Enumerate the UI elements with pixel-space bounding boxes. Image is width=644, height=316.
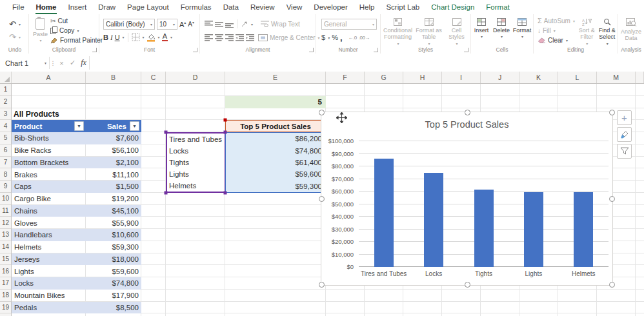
range-handle[interactable]: [224, 192, 227, 195]
increase-indent-icon[interactable]: [246, 34, 254, 41]
clear-button[interactable]: Clear▾: [538, 36, 576, 45]
product-filter-button[interactable]: ▼: [74, 121, 84, 131]
column-header-h[interactable]: H: [403, 72, 442, 83]
table-row[interactable]: Pedals$8,500: [12, 302, 141, 314]
top5-category-cell[interactable]: Tights: [167, 157, 225, 168]
tab-script-lab[interactable]: Script Lab: [380, 1, 425, 14]
range-handle[interactable]: [224, 119, 227, 122]
find-select-button[interactable]: Find & Select▾: [598, 16, 616, 45]
clipboard-dialog-launcher[interactable]: [92, 48, 97, 52]
chart-bar[interactable]: [524, 192, 543, 267]
borders-button[interactable]: [132, 33, 140, 41]
increase-decimal-button[interactable]: ←.0: [348, 35, 357, 41]
chart-resize-handle[interactable]: [609, 196, 615, 202]
insert-cells-button[interactable]: Insert▾: [472, 16, 490, 45]
product-cell[interactable]: Jerseys: [12, 255, 86, 263]
enter-icon[interactable]: ✓: [67, 54, 78, 72]
sales-cell[interactable]: $19,200: [86, 195, 139, 202]
top5-value-cell[interactable]: $61,400: [226, 157, 325, 168]
chart-object[interactable]: Top 5 Product Sales $0$10,000$20,000$30,…: [321, 112, 613, 286]
format-cells-button[interactable]: Format▾: [512, 16, 532, 45]
table-row[interactable]: Mountain Bikes$17,900: [12, 290, 141, 302]
font-dialog-launcher[interactable]: [193, 48, 197, 52]
top5-category-cell[interactable]: Helmets: [167, 180, 225, 192]
top5-category-cell[interactable]: Locks: [167, 145, 225, 157]
chart-elements-button[interactable]: +: [617, 110, 632, 125]
sales-cell[interactable]: $45,100: [86, 207, 139, 215]
sales-cell[interactable]: $55,900: [86, 219, 139, 227]
align-center-icon[interactable]: [215, 34, 223, 41]
tab-format[interactable]: Format: [480, 1, 515, 14]
table-row[interactable]: Cargo Bike$19,200: [12, 193, 141, 205]
chart-bar[interactable]: [474, 190, 494, 267]
column-header-l[interactable]: L: [558, 72, 597, 83]
sales-filter-button[interactable]: ▼: [130, 121, 139, 131]
top5-values-range[interactable]: $86,200$74,800$61,400$59,600$59,300: [225, 132, 326, 193]
insert-function-icon[interactable]: fx: [78, 54, 89, 72]
table-row[interactable]: Bottom Brackets$2,100: [12, 157, 141, 169]
sort-filter-button[interactable]: AZ Sort & Filter▾: [578, 16, 596, 45]
column-header-d[interactable]: D: [166, 72, 225, 83]
sales-cell[interactable]: $7,600: [86, 134, 139, 142]
fill-color-button[interactable]: [146, 33, 156, 42]
table-row[interactable]: Bib-Shorts$7,600: [12, 132, 141, 144]
middle-align-icon[interactable]: [215, 21, 223, 28]
column-header-j[interactable]: J: [481, 72, 519, 83]
top5-category-range[interactable]: Tires and TubesLocksTightsLightsHelmets: [166, 132, 226, 193]
chart-resize-handle[interactable]: [465, 282, 470, 288]
fill-button[interactable]: ↓Fill▾: [538, 26, 576, 35]
sales-cell[interactable]: $59,300: [86, 243, 139, 251]
shrink-font-button[interactable]: A▾: [188, 20, 194, 28]
chart-resize-handle[interactable]: [319, 282, 325, 288]
range-handle[interactable]: [165, 192, 168, 195]
sales-cell[interactable]: $59,600: [86, 268, 139, 275]
top5-category-cell[interactable]: Lights: [167, 168, 225, 180]
wrap-text-button[interactable]: Wrap Text: [261, 19, 300, 30]
tab-home[interactable]: Home: [30, 1, 63, 14]
range-handle[interactable]: [165, 131, 168, 134]
autosum-button[interactable]: ΣAutoSum▾: [538, 16, 576, 25]
tab-insert[interactable]: Insert: [62, 1, 92, 14]
delete-cells-button[interactable]: Delete▾: [492, 16, 510, 45]
sales-cell[interactable]: $56,100: [86, 146, 139, 154]
chart-resize-handle[interactable]: [465, 110, 470, 115]
merge-center-button[interactable]: Merge & Center▾: [258, 32, 320, 43]
top5-category-cell[interactable]: Tires and Tubes: [167, 133, 225, 145]
name-box-dropdown-icon[interactable]: ▾: [45, 61, 46, 65]
italic-button[interactable]: I: [110, 34, 113, 41]
table-row[interactable]: Locks$74,800: [12, 277, 141, 290]
tab-chart-design[interactable]: Chart Design: [425, 1, 480, 14]
top5-value-cell[interactable]: $74,800: [226, 144, 325, 156]
tab-formulas[interactable]: Formulas: [175, 1, 217, 14]
number-dialog-launcher[interactable]: [374, 48, 378, 52]
chart-resize-handle[interactable]: [319, 196, 325, 202]
column-header-a[interactable]: A: [12, 72, 86, 83]
product-cell[interactable]: Bottom Brackets: [12, 159, 86, 166]
comma-format-button[interactable]: ,: [340, 33, 343, 43]
currency-format-button[interactable]: $: [321, 34, 325, 41]
bold-button[interactable]: B: [103, 34, 108, 41]
cell-styles-button[interactable]: Cell Styles▾: [445, 16, 469, 45]
tab-help[interactable]: Help: [354, 1, 381, 14]
chart-styles-button[interactable]: [617, 127, 632, 142]
tab-file[interactable]: File: [6, 1, 30, 14]
chart-filters-button[interactable]: [617, 144, 632, 159]
tab-page-layout[interactable]: Page Layout: [121, 1, 175, 14]
tab-review[interactable]: Review: [245, 1, 281, 14]
chart-bar[interactable]: [574, 192, 593, 267]
product-cell[interactable]: Gloves: [12, 219, 86, 227]
conditional-formatting-button[interactable]: Conditional Formatting▾: [383, 16, 414, 45]
table-row[interactable]: Chains$45,100: [12, 205, 141, 217]
tab-developer[interactable]: Developer: [308, 1, 353, 14]
product-cell[interactable]: Pedals: [12, 304, 86, 311]
table-row[interactable]: Caps$1,500: [12, 181, 141, 193]
align-left-icon[interactable]: [205, 34, 213, 41]
product-cell[interactable]: Bike Racks: [12, 146, 86, 154]
top5-value-cell[interactable]: $59,300: [226, 181, 325, 192]
table-row[interactable]: Bike Racks$56,100: [12, 144, 141, 157]
product-cell[interactable]: Caps: [12, 183, 86, 190]
chart-resize-handle[interactable]: [319, 110, 325, 115]
tab-data[interactable]: Data: [217, 1, 245, 14]
cancel-icon[interactable]: ×: [56, 54, 67, 72]
product-cell[interactable]: Lights: [12, 268, 86, 275]
